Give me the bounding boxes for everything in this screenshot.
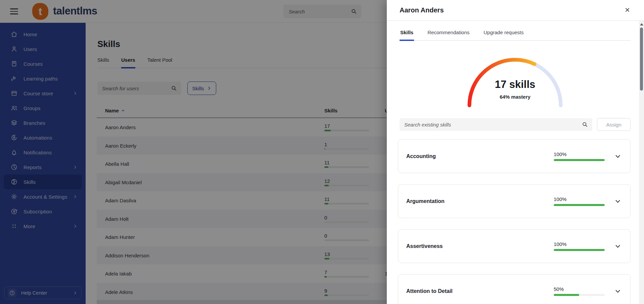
close-icon: [625, 7, 630, 13]
panel-tab-recommendations[interactable]: Recommendations: [427, 30, 470, 40]
skill-card-attention-to-detail[interactable]: Attention to Detail 50%: [398, 274, 631, 304]
gauge-mastery-label: 64% mastery: [465, 94, 565, 100]
app-window: t talentlms Home Users: [0, 0, 644, 304]
assign-button[interactable]: Assign: [597, 118, 631, 131]
panel-tab-upgrade-requests[interactable]: Upgrade requests: [483, 30, 524, 40]
skill-progress-fill: [554, 249, 605, 251]
skill-percent-label: 100%: [554, 241, 605, 247]
skill-name: Attention to Detail: [406, 288, 453, 294]
skill-progress: 100%: [554, 196, 605, 206]
skill-percent-label: 100%: [554, 151, 605, 157]
modal-overlay[interactable]: [0, 0, 387, 304]
skill-progress-track: [554, 159, 605, 161]
close-button[interactable]: [623, 6, 631, 14]
chevron-down-icon: [614, 243, 622, 250]
panel-tab-skills[interactable]: Skills: [400, 30, 414, 41]
panel-search-row: Assign: [400, 118, 631, 131]
skill-card-assertiveness[interactable]: Assertiveness 100%: [398, 229, 631, 263]
skill-card-accounting[interactable]: Accounting 100%: [398, 139, 631, 173]
skill-percent-label: 50%: [554, 286, 605, 292]
scrollbar-thumb[interactable]: [640, 28, 643, 91]
skill-card-argumentation[interactable]: Argumentation 100%: [398, 184, 631, 218]
skill-card-list: Accounting 100% Argumentation: [398, 139, 631, 304]
skill-progress-track: [554, 294, 605, 296]
search-icon: [582, 121, 588, 128]
skill-progress: 100%: [554, 151, 605, 161]
chevron-down-icon: [614, 153, 622, 160]
skill-percent-label: 100%: [554, 196, 605, 202]
skill-name: Assertiveness: [406, 243, 443, 249]
chevron-down-icon: [614, 288, 622, 295]
gauge-skills-count: 17 skills: [465, 79, 565, 91]
chevron-down-icon: [614, 198, 622, 205]
skill-name: Argumentation: [406, 198, 445, 204]
skill-name: Accounting: [406, 153, 436, 159]
skill-search: [400, 118, 592, 131]
panel-title: Aaron Anders: [400, 6, 444, 14]
panel-header: Aaron Anders: [387, 0, 644, 21]
scroll-up-arrow[interactable]: [640, 23, 643, 26]
skill-progress-fill: [554, 294, 579, 296]
skill-progress-fill: [554, 159, 605, 161]
panel-scrollbar: [639, 21, 644, 304]
mastery-gauge: 17 skills 64% mastery: [465, 55, 565, 109]
user-detail-panel: Aaron Anders Skills Recommendations Upgr…: [387, 0, 644, 304]
skill-progress: 50%: [554, 286, 605, 296]
skill-progress-fill: [554, 204, 605, 206]
skill-progress-track: [554, 249, 605, 251]
skill-progress: 100%: [554, 241, 605, 251]
panel-tabs: Skills Recommendations Upgrade requests: [400, 30, 631, 41]
skill-progress-track: [554, 204, 605, 206]
skill-search-input[interactable]: [400, 118, 592, 131]
